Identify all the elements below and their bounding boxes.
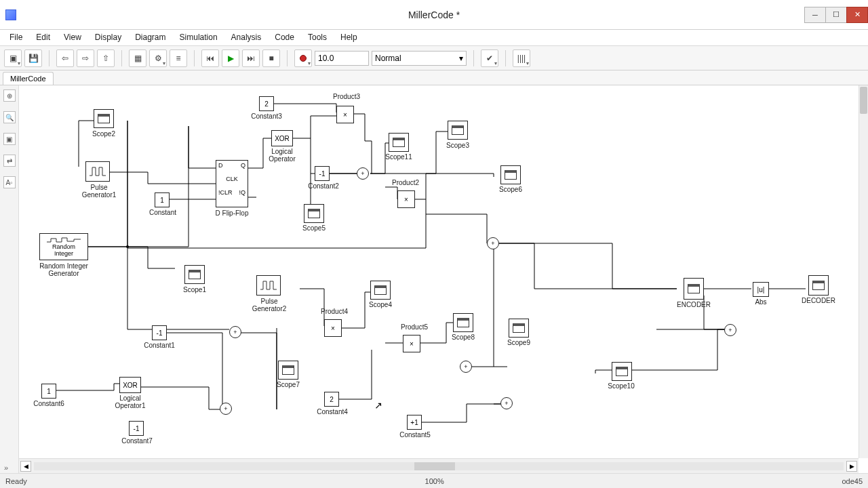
status-ready: Ready (5, 477, 27, 485)
model-config-button[interactable]: ⚙ (149, 49, 167, 67)
menu-display[interactable]: Display (88, 30, 128, 45)
menu-code[interactable]: Code (268, 30, 301, 45)
block-scope6[interactable] (500, 165, 521, 184)
model-explorer-button[interactable]: ≡ (170, 49, 187, 67)
menu-analysis[interactable]: Analysis (224, 30, 269, 45)
model-canvas[interactable]: Scope2 Pulse Generator1 Random Integer R… (19, 85, 859, 458)
block-product5[interactable]: × (403, 335, 420, 352)
step-back-button[interactable]: ⏮ (201, 49, 219, 67)
scroll-thumb[interactable] (860, 87, 867, 114)
block-decoder[interactable] (808, 275, 829, 296)
scroll-track[interactable] (34, 462, 844, 470)
step-forward-button[interactable]: ⏭ (242, 49, 260, 67)
scope-icon (189, 270, 201, 279)
menu-simulation[interactable]: Simulation (173, 30, 224, 45)
label-scope11: Scope11 (382, 153, 415, 161)
block-sum1[interactable]: + (357, 167, 370, 181)
block-scope4[interactable] (370, 281, 391, 300)
tab-millercode[interactable]: MillerCode (3, 72, 54, 85)
block-constant4[interactable]: 2 (324, 392, 339, 407)
label-logical-operator1: Logical Operator1 (110, 394, 151, 409)
fast-restart-button[interactable]: ✔ (481, 49, 498, 67)
block-sum6[interactable]: + (220, 403, 233, 416)
random-wave-icon (47, 237, 81, 243)
save-button[interactable]: 💾 (24, 49, 42, 67)
block-product4[interactable]: × (324, 319, 342, 337)
block-abs[interactable]: |u| (753, 282, 769, 297)
library-browser-button[interactable]: ▦ (129, 49, 146, 67)
horizontal-scrollbar[interactable]: ◀ ▶ (19, 458, 859, 473)
block-sum5[interactable]: + (500, 397, 514, 411)
menu-view[interactable]: View (57, 30, 88, 45)
block-sum4[interactable]: + (460, 361, 473, 374)
scope-icon (98, 114, 110, 123)
block-pulse-generator2[interactable] (256, 275, 281, 296)
scroll-right-button[interactable]: ▶ (846, 461, 857, 472)
menu-help[interactable]: Help (334, 30, 364, 45)
block-scope1[interactable] (184, 265, 205, 284)
scroll-thumb[interactable] (414, 462, 455, 470)
toggle-sample-time-button[interactable]: ⇄ (3, 155, 16, 167)
block-pulse-generator1[interactable] (85, 161, 110, 182)
separator (121, 50, 122, 66)
block-scope11[interactable] (389, 133, 409, 152)
label-encoder: ENCODER (674, 301, 713, 308)
scope-icon (616, 367, 628, 376)
expand-panel-button[interactable]: » (4, 464, 8, 472)
block-scope2[interactable] (94, 109, 114, 128)
label-product2: Product2 (389, 179, 422, 186)
port-d: D (218, 162, 223, 169)
scroll-left-button[interactable]: ◀ (20, 461, 31, 472)
block-scope9[interactable] (509, 319, 529, 338)
block-constant[interactable]: 1 (155, 192, 170, 207)
nav-forward-button[interactable]: ⇨ (77, 49, 94, 67)
block-scope10[interactable] (612, 362, 632, 381)
block-d-flip-flop[interactable]: DQ CLK !CLR!Q (216, 160, 248, 207)
block-constant2[interactable]: -1 (315, 166, 330, 181)
block-encoder[interactable] (684, 278, 704, 300)
run-button[interactable]: ▶ (222, 49, 239, 67)
block-sum7[interactable]: + (724, 324, 738, 338)
label-scope5: Scope5 (298, 224, 330, 232)
block-scope5[interactable] (304, 204, 324, 223)
menu-tools[interactable]: Tools (301, 30, 334, 45)
block-scope7[interactable] (278, 361, 298, 380)
scope-icon (308, 209, 320, 218)
scope-icon (505, 170, 517, 180)
vertical-scrollbar[interactable] (859, 85, 868, 458)
build-button[interactable]: |||| (513, 49, 530, 67)
block-constant1[interactable]: -1 (152, 325, 167, 340)
nav-back-button[interactable]: ⇦ (56, 49, 74, 67)
block-sum3[interactable]: + (487, 237, 500, 251)
block-logical-operator[interactable]: XOR (271, 130, 293, 146)
hide-browser-button[interactable]: ⊕ (3, 89, 16, 102)
block-constant7[interactable]: -1 (129, 421, 144, 436)
minimize-button[interactable]: ─ (804, 7, 826, 23)
menu-edit[interactable]: Edit (29, 30, 57, 45)
block-constant6[interactable]: 1 (41, 384, 56, 399)
simulation-mode-select[interactable]: Normal▾ (372, 51, 467, 66)
zoom-button[interactable]: 🔍 (3, 111, 16, 123)
block-logical-operator1[interactable]: XOR (119, 377, 141, 393)
block-scope8[interactable] (453, 313, 473, 332)
stop-button[interactable]: ■ (262, 49, 280, 67)
maximize-button[interactable]: ☐ (825, 7, 847, 23)
annotation-button[interactable]: A▫ (3, 176, 16, 188)
fit-to-view-button[interactable]: ▣ (3, 133, 16, 145)
block-scope3[interactable] (448, 121, 468, 140)
close-button[interactable]: ✕ (846, 7, 868, 23)
menu-diagram[interactable]: Diagram (128, 30, 172, 45)
block-constant5[interactable]: +1 (407, 415, 422, 430)
menu-file[interactable]: File (3, 30, 29, 45)
record-button[interactable] (294, 49, 312, 67)
nav-up-button[interactable]: ⇧ (97, 49, 115, 67)
simulation-stop-time-input[interactable] (315, 51, 369, 66)
scope-icon (452, 125, 464, 135)
new-model-button[interactable]: ▣ (4, 49, 22, 67)
block-random-integer-generator[interactable]: Random Integer (39, 233, 88, 260)
block-product2[interactable]: × (397, 190, 415, 208)
simulation-mode-label: Normal (375, 54, 401, 63)
block-product3[interactable]: × (336, 106, 354, 123)
block-sum2[interactable]: + (229, 326, 243, 340)
block-constant3[interactable]: 2 (259, 96, 274, 111)
